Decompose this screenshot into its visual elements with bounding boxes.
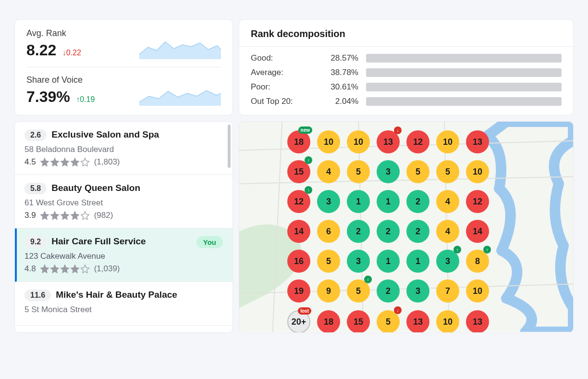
star-icon: [60, 264, 70, 274]
business-address: 58 Beladonna Boulevard: [24, 145, 223, 154]
business-name: Exclusive Salon and Spa: [51, 129, 159, 139]
arrow-up-icon: ↑: [76, 95, 80, 104]
rank-bubble[interactable]: 5↑: [347, 279, 370, 303]
stars: [40, 157, 90, 167]
star-icon: [80, 264, 90, 274]
rank-bubble[interactable]: 10: [317, 130, 340, 153]
rating-value: 4.8: [24, 264, 36, 274]
rank-bubble[interactable]: 2: [377, 220, 400, 243]
rank-bubble[interactable]: 2: [406, 190, 429, 213]
review-count: (1,803): [94, 157, 120, 167]
rank-bubble[interactable]: 12↑: [287, 190, 310, 213]
rank-bubble[interactable]: 5: [317, 250, 340, 273]
decomp-row: Good:28.57%: [251, 53, 562, 63]
rank-pill: 5.8: [24, 183, 47, 194]
divider: [26, 67, 221, 67]
decomp-pct: 2.04%: [318, 97, 366, 106]
rank-bubble[interactable]: 15↑: [287, 160, 310, 183]
rank-bubble[interactable]: 10: [466, 279, 489, 303]
rating-row: 4.5(1,803): [24, 157, 223, 167]
rating-value: 4.5: [24, 157, 36, 167]
rank-bubble[interactable]: 10: [436, 310, 459, 333]
decomp-title: Rank decomposition: [251, 28, 562, 39]
rank-bubble[interactable]: 7: [436, 279, 459, 303]
rank-bubble[interactable]: 6: [317, 220, 340, 243]
list-item[interactable]: 2.6Exclusive Salon and Spa58 Beladonna B…: [15, 122, 233, 175]
rank-bubble[interactable]: 19: [287, 279, 310, 303]
star-icon: [70, 211, 80, 220]
rank-decomposition-card: Rank decomposition Good:28.57%Average:38…: [239, 19, 574, 115]
list-item[interactable]: You9.2Hair Care Full Service123 Cakewalk…: [15, 228, 233, 282]
rank-bubble[interactable]: 4: [317, 160, 340, 183]
sov-delta: ↑0.19: [76, 95, 95, 104]
list-item[interactable]: 11.6Mike's Hair & Beauty Palace5 St Moni…: [15, 282, 233, 326]
star-icon: [50, 211, 60, 220]
rank-bubble[interactable]: 13↓: [377, 130, 400, 153]
stars: [40, 264, 90, 274]
star-icon: [70, 264, 80, 274]
business-name: Beauty Queen Salon: [51, 183, 140, 193]
decomp-row: Average:38.78%: [251, 68, 562, 77]
up-badge: ↑: [305, 186, 312, 194]
rank-bubble[interactable]: 14: [287, 220, 310, 243]
rank-bubble[interactable]: 1: [377, 190, 400, 213]
rank-bubble[interactable]: 13: [466, 310, 489, 333]
rank-bubble[interactable]: 2: [406, 220, 429, 243]
rank-bubble[interactable]: 10: [466, 160, 489, 183]
business-address: 61 West Grove Street: [24, 198, 223, 208]
rank-bubble[interactable]: 13: [466, 130, 489, 153]
sov-value: 7.39%: [26, 88, 70, 106]
business-address: 123 Cakewalk Avenue: [24, 252, 223, 261]
rank-bubble[interactable]: 5: [347, 160, 370, 183]
rank-bubble[interactable]: 1: [377, 250, 400, 273]
rank-bubble[interactable]: 3↑: [436, 250, 459, 273]
rank-bubble[interactable]: 18: [317, 310, 340, 333]
rank-bubble[interactable]: 5↓: [377, 310, 400, 333]
rank-pill: 9.2: [24, 236, 47, 248]
rank-bubble[interactable]: 2: [377, 279, 400, 303]
avg-rank-block: Avg. Rank 8.22 ↓0.22: [26, 28, 221, 59]
rank-bubble[interactable]: 4: [436, 190, 459, 213]
rank-bubble[interactable]: 16: [287, 250, 310, 273]
rank-bubble[interactable]: 12: [406, 130, 429, 153]
rank-bubble[interactable]: 18new: [287, 130, 310, 153]
rank-bubble[interactable]: 8↑: [466, 250, 489, 273]
rank-bubble[interactable]: 3: [317, 190, 340, 213]
new-badge: new: [298, 126, 312, 134]
rank-bubble[interactable]: 5: [436, 160, 459, 183]
rank-bubble[interactable]: 10: [436, 130, 459, 153]
rank-bubble[interactable]: 15: [347, 310, 370, 333]
rank-bubble[interactable]: 10: [347, 130, 370, 153]
competitor-list[interactable]: 2.6Exclusive Salon and Spa58 Beladonna B…: [14, 121, 233, 333]
you-badge: You: [196, 236, 223, 248]
rank-map[interactable]: 18new101013↓12101315↑453551012↑311241214…: [239, 121, 574, 333]
decomp-label: Good:: [251, 53, 318, 63]
rank-bubble[interactable]: 3: [406, 279, 429, 303]
rank-bubble[interactable]: 4: [436, 220, 459, 243]
down-badge: ↓: [394, 306, 402, 314]
rank-bubble[interactable]: 20+lost: [287, 310, 310, 333]
scrollbar[interactable]: [228, 125, 231, 168]
list-item[interactable]: 5.8Beauty Queen Salon61 West Grove Stree…: [15, 175, 233, 228]
rank-bubble[interactable]: 12: [466, 190, 489, 213]
decomp-pct: 30.61%: [318, 82, 366, 92]
decomp-bar: [366, 54, 562, 63]
stats-card: Avg. Rank 8.22 ↓0.22 Share of Voice 7.39…: [14, 19, 233, 115]
rank-bubble[interactable]: 2: [347, 220, 370, 243]
down-badge: ↓: [394, 126, 402, 134]
business-address: 5 St Monica Street: [24, 305, 223, 315]
rank-bubble[interactable]: 5: [406, 160, 429, 183]
arrow-down-icon: ↓: [62, 49, 66, 57]
star-icon: [50, 157, 60, 167]
sov-block: Share of Voice 7.39% ↑0.19: [26, 75, 221, 106]
star-icon: [40, 211, 49, 220]
rank-bubble[interactable]: 3: [377, 160, 400, 183]
rank-bubble[interactable]: 1: [347, 190, 370, 213]
avg-rank-sparkline: [139, 35, 221, 59]
rank-bubble[interactable]: 9: [317, 279, 340, 303]
rank-bubble[interactable]: 13: [406, 310, 429, 333]
rank-bubble[interactable]: 14: [466, 220, 489, 243]
rank-bubble[interactable]: 3: [347, 250, 370, 273]
rank-bubble[interactable]: 1: [406, 250, 429, 273]
star-icon: [60, 157, 70, 167]
